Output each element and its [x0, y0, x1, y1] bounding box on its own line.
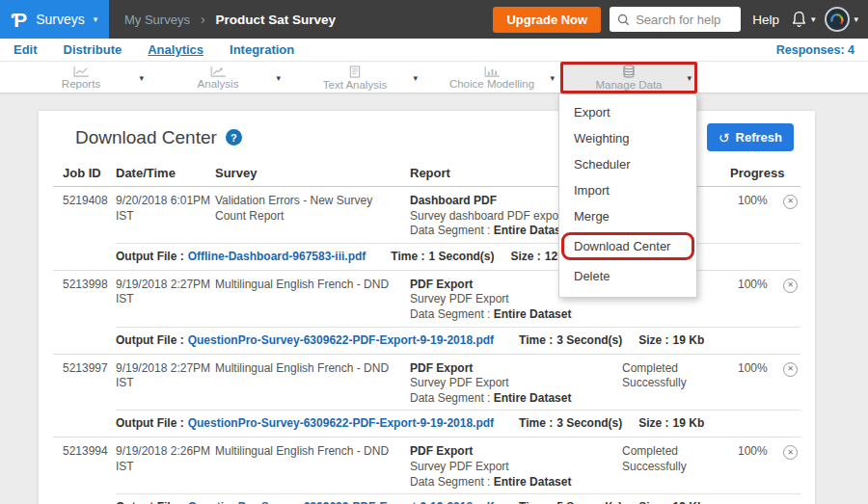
- tab-distribute[interactable]: Distribute: [64, 42, 122, 57]
- cancel-job-button[interactable]: ✕: [783, 362, 798, 377]
- menu-item-scheduler[interactable]: Scheduler: [559, 151, 696, 177]
- chevron-down-icon: ▾: [550, 73, 555, 83]
- trend-chart-icon: [210, 66, 227, 77]
- job-progress: 100%: [730, 194, 783, 209]
- col-survey: Survey: [215, 166, 410, 180]
- col-job-id: Job ID: [63, 166, 116, 180]
- survey-section-nav: Edit Distribute Analytics Integration Re…: [0, 39, 868, 62]
- cancel-job-button[interactable]: ✕: [783, 445, 798, 460]
- job-progress: 100%: [730, 444, 783, 460]
- toolbar-choice-modelling-label: Choice Modelling: [449, 78, 534, 90]
- chevron-down-icon: ▾: [139, 73, 144, 83]
- job-progress: 100%: [730, 278, 783, 293]
- col-datetime: Date/Time: [116, 166, 215, 180]
- output-file-link[interactable]: Offline-Dashboard-967583-iii.pdf: [188, 250, 366, 263]
- card-header: Download Center ? ↺ Refresh: [39, 111, 815, 160]
- toolbar-analysis-label: Analysis: [198, 78, 239, 90]
- help-search: [610, 7, 741, 32]
- menu-item-delete[interactable]: Delete: [559, 263, 696, 289]
- toolbar-analysis[interactable]: Analysis ▾: [149, 62, 286, 93]
- bell-icon: [791, 11, 807, 28]
- job-id: 5213994: [63, 444, 116, 460]
- job-output-row: Output File : QuestionPro-Survey-6309622…: [116, 493, 800, 504]
- tab-integration[interactable]: Integration: [230, 42, 294, 57]
- menu-item-export[interactable]: Export: [559, 99, 696, 125]
- chevron-down-icon: ▾: [413, 73, 418, 83]
- surveys-menu-label: Surveys: [36, 12, 85, 27]
- user-avatar: [825, 7, 850, 32]
- responses-count: Responses: 4: [776, 43, 854, 57]
- job-datetime: 9/19/2018 2:27PMIST: [116, 361, 215, 391]
- table-row: 5213994 9/19/2018 2:26PMIST Multilingual…: [53, 438, 800, 504]
- toolbar-reports[interactable]: Reports ▾: [13, 62, 149, 93]
- toolbar-reports-label: Reports: [62, 78, 100, 90]
- database-icon: [622, 65, 636, 78]
- tab-analytics[interactable]: Analytics: [148, 42, 203, 57]
- download-center-card: Download Center ? ↺ Refresh Job ID Date/…: [39, 111, 815, 504]
- user-menu[interactable]: ▾: [825, 7, 858, 32]
- help-question-icon[interactable]: ?: [226, 129, 242, 146]
- line-chart-icon: [73, 66, 90, 77]
- toolbar-text-analysis[interactable]: Text Analysis ▾: [286, 62, 423, 93]
- document-icon: [349, 66, 361, 78]
- job-survey: Multilingual English French - DND: [215, 361, 410, 377]
- chevron-down-icon: ▾: [276, 73, 281, 83]
- menu-item-import[interactable]: Import: [559, 177, 696, 203]
- page-title: Download Center: [75, 127, 217, 148]
- breadcrumb-current-survey: Product Sat Survey: [216, 13, 337, 27]
- job-id: 5213997: [63, 361, 116, 377]
- upgrade-now-button[interactable]: Upgrade Now: [493, 7, 601, 33]
- refresh-label: Refresh: [736, 130, 782, 145]
- tab-edit[interactable]: Edit: [14, 42, 38, 57]
- output-file-link[interactable]: QuestionPro-Survey-6309622-PDF-Export-9-…: [188, 333, 494, 347]
- toolbar-choice-modelling[interactable]: Choice Modelling ▾: [423, 62, 560, 93]
- job-datetime: 9/19/2018 2:26PMIST: [116, 444, 215, 474]
- cancel-job-button[interactable]: ✕: [783, 279, 798, 293]
- job-progress: 100%: [730, 361, 783, 377]
- table-row: 5213997 9/19/2018 2:27PMIST Multilingual…: [53, 355, 800, 438]
- bar-chart-icon: [484, 66, 501, 77]
- surveys-menu[interactable]: Ƥ Surveys ▾: [0, 0, 109, 39]
- job-survey: Multilingual English French - DND: [215, 278, 410, 293]
- toolbar-manage-data-label: Manage Data: [595, 79, 662, 91]
- breadcrumb-my-surveys[interactable]: My Surveys: [124, 13, 190, 27]
- manage-data-dropdown: Export Weighting Scheduler Import Merge …: [558, 93, 697, 298]
- toolbar-text-analysis-label: Text Analysis: [323, 79, 387, 91]
- job-status: Completed Successfully: [622, 444, 730, 474]
- chevron-down-icon: ▾: [811, 15, 816, 24]
- job-datetime: 9/20/2018 6:01PMIST: [116, 194, 215, 224]
- top-bar: Ƥ Surveys ▾ My Surveys › Product Sat Sur…: [0, 0, 868, 39]
- breadcrumb: My Surveys › Product Sat Survey: [124, 12, 336, 27]
- notifications-button[interactable]: ▾: [791, 11, 816, 28]
- job-survey: Validation Errors - New Survey Count Rep…: [215, 194, 410, 224]
- refresh-icon: ↺: [719, 131, 730, 145]
- help-link[interactable]: Help: [752, 13, 779, 27]
- col-progress: Progress: [730, 166, 783, 180]
- chevron-down-icon: ▾: [94, 15, 98, 24]
- job-status: Completed Successfully: [622, 361, 730, 391]
- job-output-row: Output File : Offline-Dashboard-967583-i…: [116, 243, 800, 270]
- analytics-toolbar: Reports ▾ Analysis ▾ Text Analysis ▾ Cho…: [0, 62, 868, 93]
- job-id: 5219408: [63, 194, 116, 209]
- page-content: Export Weighting Scheduler Import Merge …: [0, 93, 868, 504]
- cancel-job-button[interactable]: ✕: [783, 195, 798, 209]
- search-input[interactable]: [636, 13, 733, 27]
- search-icon: [617, 13, 630, 26]
- job-output-row: Output File : QuestionPro-Survey-6309622…: [116, 410, 800, 437]
- output-file-link[interactable]: QuestionPro-Survey-6309622-PDF-Export-9-…: [188, 500, 494, 504]
- menu-item-merge[interactable]: Merge: [559, 203, 696, 229]
- breadcrumb-separator: ›: [201, 12, 205, 27]
- job-survey: Multilingual English French - DND: [215, 444, 410, 460]
- job-output-row: Output File : QuestionPro-Survey-6309622…: [116, 327, 800, 354]
- chevron-down-icon: ▾: [854, 15, 858, 24]
- job-report: PDF Export Survey PDF Export Data Segmen…: [410, 444, 622, 490]
- menu-item-download-center[interactable]: Download Center: [561, 232, 694, 260]
- job-datetime: 9/19/2018 2:27PMIST: [116, 278, 215, 307]
- refresh-button[interactable]: ↺ Refresh: [707, 123, 794, 151]
- toolbar-manage-data[interactable]: Manage Data ▾: [560, 62, 697, 93]
- output-file-link[interactable]: QuestionPro-Survey-6309622-PDF-Export-9-…: [188, 416, 494, 430]
- job-report: PDF Export Survey PDF Export Data Segmen…: [410, 361, 622, 407]
- menu-item-weighting[interactable]: Weighting: [559, 125, 696, 151]
- chevron-down-icon: ▾: [687, 73, 692, 83]
- job-id: 5213998: [63, 278, 116, 293]
